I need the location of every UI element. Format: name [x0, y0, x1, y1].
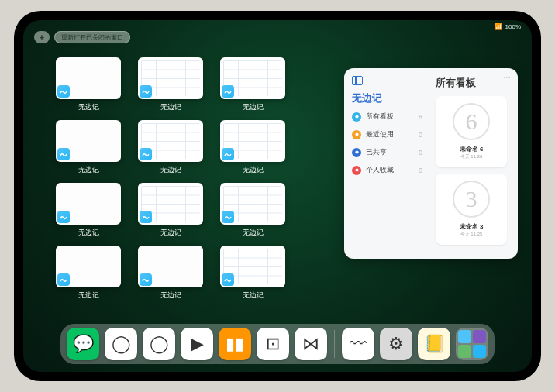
- window-thumbnail[interactable]: 无边记: [136, 120, 205, 175]
- sidebar-item[interactable]: 个人收藏0: [352, 165, 422, 175]
- window-preview: [56, 120, 121, 162]
- freeform-app-icon: [140, 273, 152, 286]
- window-thumbnail[interactable]: 无边记: [219, 120, 287, 175]
- wifi-icon: 📶: [495, 23, 502, 30]
- window-preview: [220, 183, 285, 225]
- window-thumbnail[interactable]: 无边记: [136, 246, 205, 301]
- ipad-device-frame: 📶 100% + 重新打开已关闭的窗口 无边记无边记无边记无边记无边记无边记无边…: [14, 11, 541, 381]
- board-subtitle: 今天 11:26: [460, 153, 483, 160]
- freeform-app-icon: [222, 148, 234, 160]
- dock-app-settings[interactable]: ⚙: [380, 328, 412, 360]
- window-preview: [56, 246, 121, 287]
- window-label: 无边记: [243, 291, 264, 301]
- freeform-app-icon: [140, 85, 152, 98]
- freeform-app-icon: [57, 273, 70, 286]
- freeform-app-panel[interactable]: 无边记 所有看板8最近使用0已共享0个人收藏0 所有看板 6未命名 6今天 11…: [344, 68, 518, 259]
- sidebar-item-count: 0: [419, 131, 422, 139]
- sidebar-item-label: 个人收藏: [366, 165, 394, 175]
- dock-app-wechat[interactable]: 💬: [67, 328, 99, 360]
- board-card[interactable]: 6未命名 6今天 11:26: [436, 96, 507, 167]
- sidebar-categories: 所有看板8最近使用0已共享0个人收藏0: [352, 112, 422, 175]
- dock-separator: [334, 330, 335, 358]
- window-thumbnail[interactable]: 无边记: [219, 183, 287, 238]
- top-controls: + 重新打开已关闭的窗口: [34, 31, 130, 43]
- window-label: 无边记: [243, 165, 264, 175]
- window-preview: [56, 183, 121, 225]
- sidebar-item-count: 8: [419, 113, 422, 121]
- window-label: 无边记: [78, 291, 99, 301]
- window-thumbnail[interactable]: 无边记: [54, 120, 122, 175]
- sidebar-item[interactable]: 所有看板8: [352, 112, 422, 122]
- board-subtitle: 今天 11:25: [460, 231, 483, 238]
- window-thumbnail[interactable]: 无边记: [136, 57, 205, 112]
- status-bar: 📶 100%: [495, 23, 521, 30]
- grid-icon: [352, 112, 361, 122]
- sidebar-item-label: 最近使用: [366, 129, 394, 139]
- freeform-boards-pane: 所有看板 6未命名 6今天 11:263未命名 3今天 11:25: [429, 68, 518, 259]
- dock-app-notes[interactable]: 📒: [418, 328, 450, 360]
- screen: 📶 100% + 重新打开已关闭的窗口 无边记无边记无边记无边记无边记无边记无边…: [23, 20, 532, 372]
- board-card[interactable]: 3未命名 3今天 11:25: [436, 174, 507, 245]
- window-thumbnail[interactable]: 无边记: [54, 246, 122, 301]
- window-label: 无边记: [78, 165, 99, 175]
- window-label: 无边记: [78, 102, 99, 112]
- board-title: 未命名 6: [460, 145, 484, 153]
- freeform-app-icon: [57, 211, 70, 223]
- window-preview: [138, 120, 203, 162]
- freeform-app-icon: [140, 148, 152, 160]
- sidebar-item-count: 0: [419, 149, 422, 156]
- window-thumbnail[interactable]: 无边记: [219, 246, 287, 301]
- battery-label: 100%: [505, 23, 521, 30]
- freeform-app-icon: [222, 211, 234, 223]
- window-preview: [138, 183, 203, 225]
- window-label: 无边记: [160, 165, 181, 175]
- window-label: 无边记: [243, 102, 264, 112]
- window-label: 无边记: [160, 228, 181, 238]
- svg-point-3: [355, 168, 358, 171]
- clock-icon: [352, 130, 361, 139]
- svg-point-0: [355, 115, 358, 118]
- reopen-closed-window-button[interactable]: 重新打开已关闭的窗口: [54, 31, 130, 43]
- window-thumbnail[interactable]: 无边记: [136, 183, 205, 238]
- new-space-button[interactable]: +: [34, 31, 50, 43]
- dock-app-connect[interactable]: ⋈: [295, 328, 327, 360]
- sidebar-toggle-icon[interactable]: [352, 76, 363, 85]
- window-preview: [220, 120, 285, 162]
- dock-app-play[interactable]: ▶: [181, 328, 213, 360]
- window-preview: [138, 57, 203, 99]
- sidebar-item-label: 所有看板: [366, 112, 394, 122]
- dock-app-books[interactable]: ▮▮: [219, 328, 251, 360]
- board-thumbnail: 6: [453, 103, 490, 140]
- freeform-app-icon: [57, 148, 70, 160]
- dock-app-freeform[interactable]: 〰: [342, 328, 374, 360]
- window-label: 无边记: [78, 228, 99, 238]
- window-preview: [138, 246, 203, 287]
- dock-app-qqbrowser[interactable]: ◯: [143, 328, 175, 360]
- window-label: 无边记: [160, 291, 181, 301]
- sidebar-title: 无边记: [352, 91, 422, 105]
- board-title: 未命名 3: [460, 222, 484, 231]
- dock-app-library[interactable]: [456, 328, 488, 360]
- sidebar-item-count: 0: [419, 167, 422, 174]
- window-thumbnail[interactable]: 无边记: [219, 57, 287, 112]
- heart-icon: [352, 166, 361, 175]
- dock: 💬◯◯▶▮▮⊡⋈〰⚙📒: [60, 324, 495, 364]
- sidebar-item[interactable]: 最近使用0: [352, 129, 422, 139]
- board-thumbnail: 3: [453, 181, 490, 218]
- person-icon: [352, 148, 361, 157]
- svg-point-1: [355, 132, 358, 136]
- freeform-app-icon: [222, 273, 234, 286]
- freeform-app-icon: [140, 211, 152, 223]
- freeform-app-icon: [222, 85, 234, 98]
- sidebar-item[interactable]: 已共享0: [352, 147, 422, 157]
- window-thumbnail[interactable]: 无边记: [54, 57, 122, 112]
- window-label: 无边记: [160, 102, 181, 112]
- window-preview: [220, 246, 285, 287]
- app-switcher-grid: 无边记无边记无边记无边记无边记无边记无边记无边记无边记无边记无边记无边记: [54, 57, 287, 301]
- dock-app-quark[interactable]: ◯: [105, 328, 137, 360]
- dock-app-dice[interactable]: ⊡: [257, 328, 289, 360]
- freeform-sidebar: 无边记 所有看板8最近使用0已共享0个人收藏0: [344, 68, 429, 259]
- svg-point-2: [355, 150, 358, 153]
- window-thumbnail[interactable]: 无边记: [54, 183, 122, 238]
- freeform-app-icon: [57, 85, 70, 98]
